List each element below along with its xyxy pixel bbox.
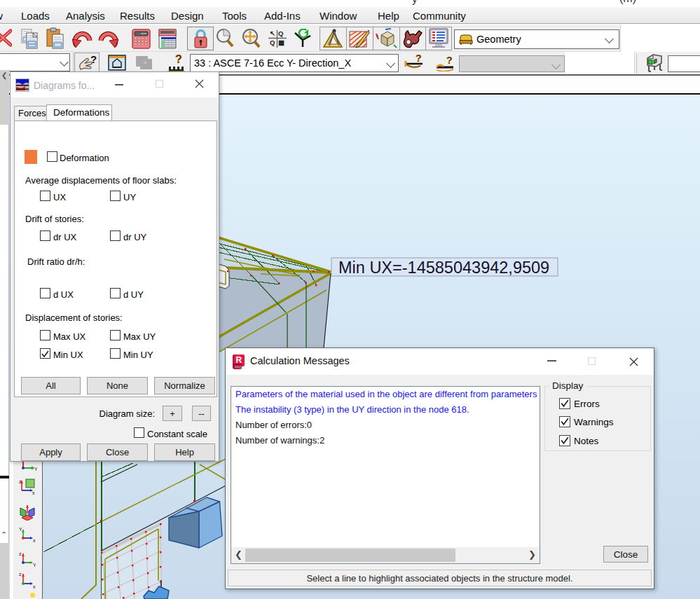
svg-text:z: z xyxy=(19,551,22,556)
svg-text:Y: Y xyxy=(33,563,36,567)
svg-text:R: R xyxy=(236,355,242,365)
svg-text:Y: Y xyxy=(34,467,37,471)
svg-text:x: x xyxy=(33,584,36,588)
svg-text:Q: Q xyxy=(278,29,283,37)
svg-text:Min UX=-14585043942,9509: Min UX=-14585043942,9509 xyxy=(338,259,549,277)
svg-text:?: ? xyxy=(416,54,422,64)
svg-text:?: ? xyxy=(446,55,453,66)
svg-text:↖: ↖ xyxy=(270,29,275,37)
svg-text:?: ? xyxy=(90,54,97,65)
svg-text:x: x xyxy=(33,538,36,542)
svg-text:?: ? xyxy=(175,54,182,65)
svg-text:Q: Q xyxy=(270,39,275,46)
svg-text:▩: ▩ xyxy=(278,39,284,46)
svg-text:x: x xyxy=(32,490,35,495)
svg-text:Y: Y xyxy=(19,527,22,532)
svg-text:z: z xyxy=(19,572,22,577)
svg-text:PRO: PRO xyxy=(235,366,242,369)
svg-text:z: z xyxy=(19,479,22,484)
